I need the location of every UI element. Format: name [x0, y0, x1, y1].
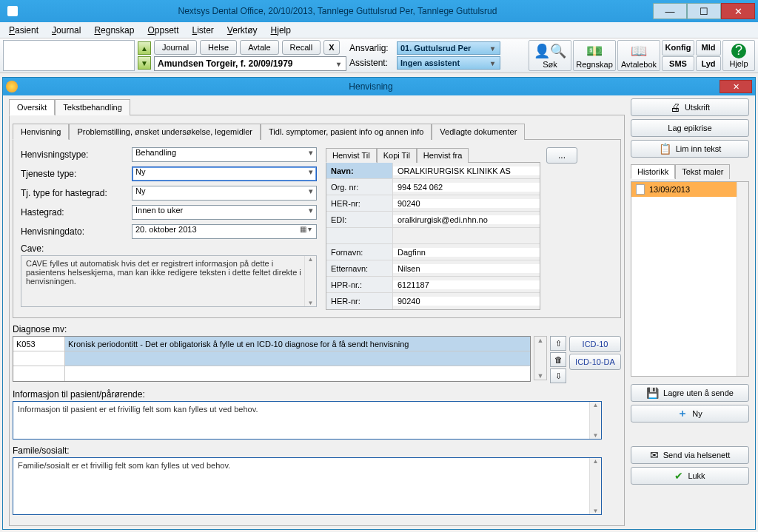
- patient-name: Amundsen Torgeir, f. 20/09/1979: [158, 58, 293, 69]
- nav-up-button[interactable]: ▲: [138, 41, 151, 55]
- ansvarlig-label: Ansvarlig:: [349, 43, 394, 53]
- avtalebok-button[interactable]: 📖Avtalebok: [617, 40, 660, 71]
- chevron-down-icon: ▾: [486, 44, 498, 53]
- sok-button[interactable]: 👤🔍Søk: [529, 40, 571, 71]
- menu-hjelp[interactable]: Hjelp: [265, 24, 297, 37]
- ansvarlig-combo[interactable]: 01. Guttulsrud Per▾: [397, 41, 500, 55]
- menu-pasient[interactable]: Pasient: [3, 24, 44, 37]
- window-title: Nextsys Dental Office, 20/10/2013, Tannl…: [22, 6, 653, 16]
- helse-button[interactable]: Helse: [200, 40, 237, 55]
- menu-regnskap[interactable]: Regnskap: [88, 24, 140, 37]
- window-close-button[interactable]: ✕: [721, 3, 755, 19]
- chevron-down-icon: ▾: [486, 59, 498, 67]
- menubar: Pasient Journal Regnskap Oppsett Lister …: [0, 22, 758, 38]
- journal-button[interactable]: Journal: [154, 40, 197, 55]
- search-icon: 👤🔍: [534, 43, 566, 59]
- window-titlebar: Nextsys Dental Office, 20/10/2013, Tannl…: [0, 0, 758, 22]
- app-icon: [7, 6, 18, 16]
- assistent-label: Assistent:: [349, 58, 394, 68]
- money-icon: 💵: [586, 43, 603, 59]
- regnskap-button[interactable]: 💵Regnskap: [573, 40, 616, 71]
- nav-down-button[interactable]: ▼: [138, 56, 151, 70]
- menu-oppsett[interactable]: Oppsett: [141, 24, 184, 37]
- chevron-down-icon: ▾: [332, 60, 344, 68]
- assistent-combo[interactable]: Ingen assistent▾: [397, 56, 500, 70]
- empty-panel: [3, 40, 135, 71]
- konfig-button[interactable]: Konfig: [662, 40, 694, 55]
- menu-verktoy[interactable]: Verktøy: [221, 24, 264, 37]
- toolbar: ▲ ▼ Journal Helse Avtale Recall X Amunds…: [0, 38, 758, 73]
- hjelp-button[interactable]: ?Hjelp: [722, 40, 755, 71]
- menu-lister[interactable]: Lister: [187, 24, 220, 37]
- lyd-button[interactable]: Lyd: [696, 56, 721, 72]
- recall-button[interactable]: Recall: [282, 40, 321, 55]
- mld-button[interactable]: Mld: [696, 40, 721, 55]
- sms-button[interactable]: SMS: [662, 56, 694, 72]
- window-minimize-button[interactable]: —: [653, 3, 687, 19]
- avtale-button[interactable]: Avtale: [240, 40, 278, 55]
- menu-journal[interactable]: Journal: [46, 24, 87, 37]
- patient-combo[interactable]: Amundsen Torgeir, f. 20/09/1979 ▾: [154, 56, 346, 71]
- book-icon: 📖: [631, 43, 647, 59]
- clear-button[interactable]: X: [323, 40, 339, 55]
- help-icon: ?: [731, 44, 746, 58]
- window-maximize-button[interactable]: ☐: [687, 3, 721, 19]
